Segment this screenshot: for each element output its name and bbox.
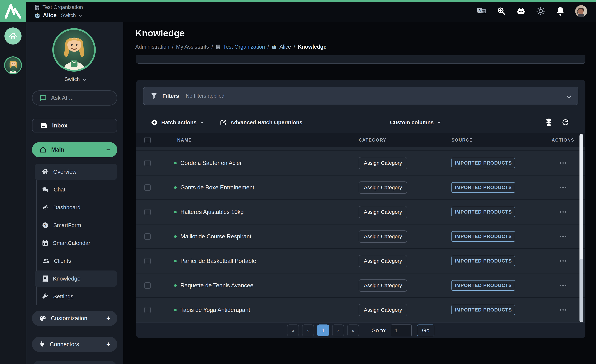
sidebar-item-smartform[interactable]: ? SmartForm [35,217,117,233]
row-actions-button[interactable] [560,236,566,237]
sidebar-item-settings[interactable]: Settings [35,288,117,305]
chevron-down-icon[interactable] [566,94,571,98]
assign-category-button[interactable]: Assign Category [359,181,407,194]
row-name: Halteres Ajustables 10kg [180,209,244,215]
table-header: NAME CATEGORY SOURCE ACTIONS [136,133,585,147]
main-label: Main [51,146,64,153]
sidebar-item-inbox[interactable]: Inbox [32,119,117,133]
breadcrumb-test-organization[interactable]: Test Organization [223,44,265,50]
assistant-switch-button[interactable]: Switch [26,74,123,84]
breadcrumb-my-assistants[interactable]: My Assistants [176,44,209,50]
row-actions-button[interactable] [560,285,566,286]
assign-category-button[interactable]: Assign Category [359,230,407,243]
zoom-icon[interactable] [497,6,506,16]
assign-category-button[interactable]: Assign Category [359,304,407,316]
inbox-label: Inbox [52,122,67,129]
row-actions-button[interactable] [560,309,566,311]
row-actions-button[interactable] [560,211,566,213]
next-page-button[interactable]: › [332,325,344,336]
main-content: Knowledge Administration / My Assistants… [123,22,596,364]
batch-actions-label: Batch actions [161,119,196,126]
app-logo[interactable] [0,0,26,22]
assign-category-button[interactable]: Assign Category [359,255,407,267]
switch-label: Switch [64,76,80,82]
row-checkbox[interactable] [144,160,151,166]
last-page-button[interactable]: » [347,325,359,336]
assistant-avatar-large[interactable] [52,28,96,72]
first-page-button[interactable]: « [287,325,299,336]
sidebar-item-smartcalendar[interactable]: SmartCalendar [35,235,117,251]
refresh-icon[interactable] [560,118,570,127]
theme-sun-icon[interactable] [536,6,545,16]
sidebar-item-knowledge[interactable]: Knowledge [35,270,117,287]
row-checkbox[interactable] [144,258,151,264]
goto-page-input[interactable] [391,325,412,336]
advanced-batch-operations-button[interactable]: Advanced Batch Operations [220,119,302,126]
notifications-bell-icon[interactable] [556,6,565,16]
filters-status: No filters applied [186,93,224,99]
knowledge-card: Filters No filters applied Batch actions… [136,80,585,338]
user-avatar[interactable] [575,5,587,17]
advanced-batch-operations-label: Advanced Batch Operations [230,119,302,126]
status-dot [174,211,177,213]
assign-category-button[interactable]: Assign Category [359,206,407,218]
scrollbar-thumb[interactable] [580,259,583,322]
assistant-name: Alice [43,12,57,19]
assign-category-button[interactable]: Assign Category [359,279,407,292]
page-1-button[interactable]: 1 [317,325,329,336]
row-checkbox[interactable] [144,282,151,289]
row-checkbox[interactable] [144,233,151,240]
custom-columns-button[interactable]: Custom columns [390,119,440,126]
assistant-switch[interactable]: Switch [61,13,76,18]
row-checkbox[interactable] [144,209,151,215]
go-button[interactable]: Go [417,325,434,336]
translate-icon[interactable]: A [477,6,486,16]
expand-icon[interactable]: + [106,314,111,323]
rail-assistant-avatar[interactable] [4,56,22,74]
row-actions-button[interactable] [560,162,566,164]
assign-category-button[interactable]: Assign Category [359,157,407,169]
column-header-name[interactable]: NAME [177,137,359,143]
status-dot [174,162,177,164]
table-toolbar: Batch actions Advanced Batch Operations … [143,115,578,130]
sidebar-item-dashboard[interactable]: Dashboard [35,199,117,215]
chevron-down-icon[interactable] [78,13,82,17]
sidebar-item-clients[interactable]: Clients [35,253,117,269]
prev-page-button[interactable]: ‹ [302,325,314,336]
sidebar-item-chat[interactable]: Chat [35,181,117,198]
breadcrumb-administration[interactable]: Administration [135,44,169,50]
item-label: Settings [53,293,73,300]
select-all-checkbox[interactable] [144,137,151,143]
left-rail [0,22,26,364]
column-header-source[interactable]: SOURCE [451,137,541,143]
item-label: Dashboard [53,204,81,211]
row-actions-button[interactable] [560,187,566,188]
breadcrumb-alice[interactable]: Alice [279,44,291,50]
source-badge: IMPORTED PRODUCTS [451,231,515,242]
density-database-icon[interactable] [544,118,553,127]
batch-actions-button[interactable]: Batch actions [151,119,202,126]
sidebar-group-connectors[interactable]: Connectors + [32,337,117,352]
magic-wand-icon [42,204,48,211]
collapse-icon[interactable]: − [106,146,111,154]
assistant-robot-icon[interactable] [516,6,526,16]
status-dot [174,284,177,287]
source-badge: IMPORTED PRODUCTS [451,280,515,291]
item-label: SmartForm [53,222,81,228]
filters-bar[interactable]: Filters No filters applied [143,87,578,105]
column-header-category[interactable]: CATEGORY [359,137,451,143]
row-checkbox[interactable] [144,307,151,313]
sidebar-item-overview[interactable]: Overview [35,164,117,180]
sidebar-group-main[interactable]: Main − [32,142,117,157]
row-checkbox[interactable] [144,184,151,191]
table-scrollbar[interactable] [580,134,583,322]
sidebar-group-customization[interactable]: Customization + [32,311,117,326]
assistant-row: Alice Switch [34,11,83,20]
rail-home-button[interactable] [4,28,22,45]
question-circle-icon: ? [42,222,48,228]
expand-icon[interactable]: + [106,340,111,349]
wrench-icon [42,293,48,300]
sidebar-group-partial[interactable] [32,361,117,364]
row-actions-button[interactable] [560,260,566,262]
ask-ai-input[interactable]: Ask AI ... [32,90,117,105]
